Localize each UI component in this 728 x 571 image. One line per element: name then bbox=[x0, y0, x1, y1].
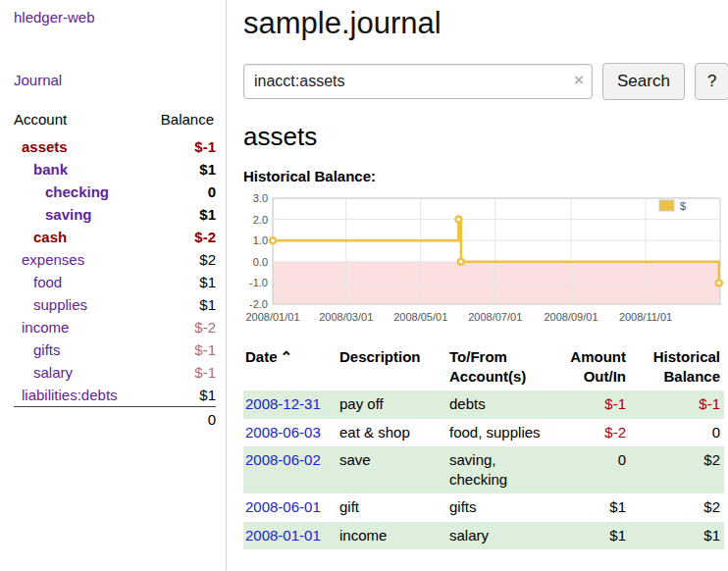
register-row: 2008-06-02savesaving, checking0$2 bbox=[243, 446, 724, 493]
help-button[interactable]: ? bbox=[695, 63, 728, 100]
account-balance: $-2 bbox=[145, 226, 216, 248]
transaction-date-link[interactable]: 2008-06-03 bbox=[245, 424, 321, 441]
account-balance: $-1 bbox=[145, 338, 216, 361]
account-link[interactable]: liabilities:debts bbox=[22, 387, 118, 403]
svg-text:-1.0: -1.0 bbox=[249, 277, 268, 288]
account-link[interactable]: expenses bbox=[22, 251, 84, 268]
journal-nav-link[interactable]: Journal bbox=[14, 72, 62, 88]
sidebar-nav: Journal bbox=[14, 72, 216, 89]
app-title-link[interactable]: hledger-web bbox=[14, 9, 95, 26]
svg-text:2008/01/01: 2008/01/01 bbox=[245, 311, 299, 323]
account-row: liabilities:debts$1 bbox=[14, 384, 216, 407]
accounts-header-balance: Balance bbox=[145, 109, 216, 135]
register-row: 2008-06-01giftgifts$1$2 bbox=[243, 493, 724, 522]
account-row: saving$1 bbox=[14, 203, 216, 226]
account-link[interactable]: saving bbox=[45, 206, 92, 223]
account-balance: 0 bbox=[145, 181, 216, 203]
account-name-cell: liabilities:debts bbox=[14, 384, 145, 407]
account-balance: $1 bbox=[145, 384, 216, 407]
account-name-cell: checking bbox=[14, 181, 145, 203]
account-link[interactable]: salary bbox=[33, 364, 73, 381]
register-balance-cell: $2 bbox=[630, 446, 724, 493]
svg-text:1.0: 1.0 bbox=[253, 234, 268, 246]
account-row: bank$1 bbox=[14, 158, 216, 181]
account-name-cell: food bbox=[14, 271, 145, 293]
account-link[interactable]: assets bbox=[22, 138, 68, 155]
account-row: expenses$2 bbox=[14, 248, 216, 271]
register-description-cell: save bbox=[338, 446, 447, 493]
account-name-cell: cash bbox=[14, 226, 145, 248]
account-balance: $-1 bbox=[145, 135, 216, 158]
transaction-date-link[interactable]: 2008-06-02 bbox=[245, 451, 321, 468]
app-window: hledger-web Journal Account Balance asse… bbox=[0, 0, 728, 571]
register-row: 2008-12-31pay offdebts$-1$-1 bbox=[243, 390, 724, 419]
sidebar: hledger-web Journal Account Balance asse… bbox=[0, 0, 227, 571]
account-link[interactable]: income bbox=[22, 319, 69, 336]
search-field-wrap: × bbox=[243, 64, 593, 99]
accounts-total-value: 0 bbox=[145, 407, 216, 432]
account-row: gifts$-1 bbox=[14, 338, 216, 361]
register-description-cell: eat & shop bbox=[338, 419, 447, 447]
account-row: salary$-1 bbox=[14, 361, 216, 384]
account-row: food$1 bbox=[14, 271, 216, 293]
account-name-cell: gifts bbox=[14, 338, 145, 361]
register-balance-cell: $-1 bbox=[630, 390, 724, 419]
accounts-total-spacer bbox=[14, 407, 145, 432]
register-date-cell: 2008-12-31 bbox=[243, 390, 338, 419]
account-balance: $-2 bbox=[145, 316, 216, 338]
account-name-cell: salary bbox=[14, 361, 145, 384]
account-name-cell: saving bbox=[14, 203, 145, 226]
transaction-date-link[interactable]: 2008-01-01 bbox=[245, 527, 321, 544]
clear-search-icon[interactable]: × bbox=[574, 71, 584, 90]
register-row: 2008-01-01incomesalary$1$1 bbox=[243, 522, 724, 550]
register-amount-cell: $-1 bbox=[549, 390, 630, 419]
account-link[interactable]: cash bbox=[33, 229, 67, 245]
register-date-cell: 2008-06-03 bbox=[243, 419, 338, 447]
register-accounts-cell: gifts bbox=[447, 493, 549, 522]
svg-text:2008/05/01: 2008/05/01 bbox=[393, 311, 447, 323]
account-link[interactable]: checking bbox=[45, 183, 109, 200]
register-balance-cell: 0 bbox=[630, 419, 724, 447]
register-date-cell: 2008-06-01 bbox=[243, 493, 338, 522]
svg-text:2008/11/01: 2008/11/01 bbox=[619, 311, 672, 323]
register-header-balance: Historical Balance bbox=[630, 345, 724, 390]
account-link[interactable]: gifts bbox=[33, 341, 61, 358]
register-accounts-cell: salary bbox=[447, 522, 549, 550]
legend-swatch bbox=[659, 200, 674, 211]
page-title: sample.journal bbox=[243, 6, 728, 41]
register-date-cell: 2008-06-02 bbox=[243, 446, 338, 493]
account-balance: $-1 bbox=[145, 361, 216, 384]
register-date-cell: 2008-01-01 bbox=[243, 522, 338, 550]
register-accounts-cell: saving, checking bbox=[447, 446, 549, 493]
register-balance-cell: $1 bbox=[630, 522, 724, 550]
account-heading: assets bbox=[243, 122, 728, 152]
historical-balance-chart: 3.02.01.00.0-1.0-2.02008/01/012008/03/01… bbox=[243, 190, 724, 337]
register-description-cell: pay off bbox=[338, 390, 447, 419]
accounts-total-row: 0 bbox=[14, 407, 216, 432]
main-content: sample.journal × Search ? assets Histori… bbox=[227, 0, 728, 571]
register-amount-cell: $1 bbox=[549, 493, 630, 522]
svg-text:3.0: 3.0 bbox=[253, 192, 268, 204]
search-input[interactable] bbox=[243, 64, 593, 99]
account-link[interactable]: supplies bbox=[33, 296, 87, 313]
register-balance-cell: $2 bbox=[630, 493, 724, 522]
account-name-cell: income bbox=[14, 316, 145, 338]
chart-title: Historical Balance: bbox=[243, 168, 728, 184]
account-link[interactable]: bank bbox=[33, 161, 68, 178]
account-balance: $1 bbox=[145, 293, 216, 316]
register-header-date[interactable]: Date⌃ bbox=[243, 345, 338, 390]
register-amount-cell: $-2 bbox=[549, 419, 630, 447]
account-row: supplies$1 bbox=[14, 293, 216, 316]
transaction-date-link[interactable]: 2008-12-31 bbox=[245, 395, 321, 412]
account-balance: $1 bbox=[145, 271, 216, 293]
register-table: Date⌃ Description To/From Account(s) Amo… bbox=[243, 345, 724, 549]
account-name-cell: bank bbox=[14, 158, 145, 181]
search-button[interactable]: Search bbox=[602, 63, 685, 100]
sort-ascending-icon: ⌃ bbox=[281, 348, 293, 365]
transaction-date-link[interactable]: 2008-06-01 bbox=[245, 498, 321, 515]
account-link[interactable]: food bbox=[33, 274, 62, 290]
svg-text:0.0: 0.0 bbox=[253, 256, 268, 268]
accounts-header-row: Account Balance bbox=[14, 109, 216, 135]
accounts-header-account: Account bbox=[14, 109, 145, 135]
register-amount-cell: 0 bbox=[549, 446, 630, 493]
